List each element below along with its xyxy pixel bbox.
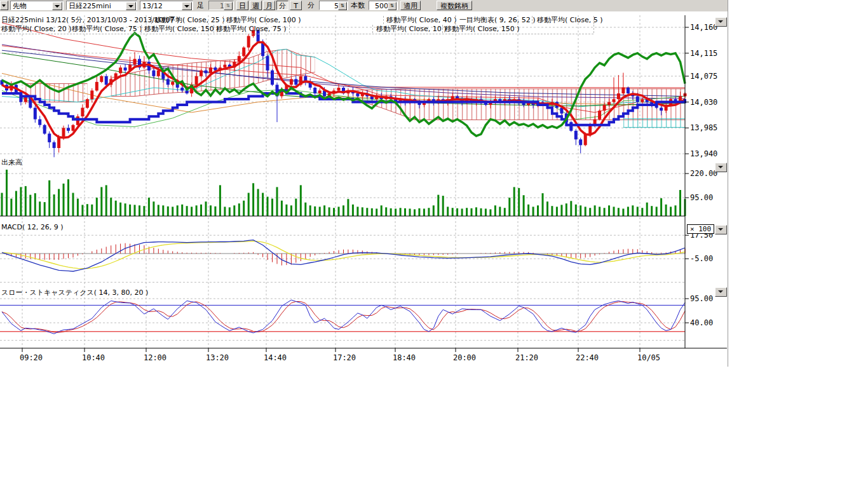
minute-label: 分 (308, 1, 315, 10)
bar-count-label: 本数 (351, 1, 365, 10)
market-select-value: 先物 (13, 2, 27, 10)
chevron-down-icon (718, 290, 723, 293)
bar-interval-input[interactable]: 1⇅ (208, 1, 234, 10)
macd-panel-label: MACD( 12, 26, 9 ) (1, 223, 64, 231)
period-tick-button[interactable]: T (290, 1, 302, 10)
market-select[interactable]: 先物 (10, 1, 64, 10)
period-day-button[interactable]: 日 (236, 1, 248, 10)
legend-row2-item-5: 移動平均( Close, 150 ) (445, 25, 520, 33)
x-axis-label-0: 09:20 (12, 353, 50, 362)
legend-underline (0, 34, 593, 34)
multi-symbol-button[interactable]: 複数銘柄 (437, 1, 472, 10)
panel-scale-dropdown-1[interactable] (715, 163, 727, 172)
legend-separator (69, 25, 69, 33)
symbol-select-value: 日経225mini (69, 2, 111, 10)
left-combo-fragment-button[interactable] (0, 1, 8, 10)
y-axis-label-4: 13,985 (690, 123, 727, 132)
panel-scale-dropdown-3[interactable] (715, 287, 727, 297)
stoch-panel-label: スロー・ストキャスティクス( 14, 3, 80, 20 ) (1, 288, 148, 297)
legend-separator (383, 16, 384, 24)
x-axis-label-10: 10/05 (630, 353, 668, 362)
x-axis-label-7: 20:00 (445, 353, 484, 362)
contract-month-select[interactable]: 13/12 (140, 1, 193, 10)
bar-interval-spinner[interactable]: ⇅ (224, 2, 233, 10)
minute-spinner[interactable]: ⇅ (338, 2, 347, 10)
legend-row2-item-4: 移動平均( Close, 10 ) (376, 25, 447, 33)
legend-row2-item-1: 移動平均( Close, 75 ) (72, 25, 142, 33)
legend-row2-item-0: 移動平均( Close, 20 ) (1, 25, 72, 33)
market-select-dropdown-button[interactable] (52, 2, 62, 10)
legend-separator (372, 25, 373, 33)
legend-separator (214, 25, 214, 33)
y-axis-label-3: 14,030 (690, 98, 727, 107)
legend-separator (141, 25, 142, 33)
legend-separator (289, 25, 290, 33)
legend-row2-item-3: 移動平均( Close, 75 ) (216, 25, 287, 33)
y-axis-label-11: 40.00 (690, 318, 727, 327)
legend-separator (593, 25, 594, 33)
legend-row1-item-1: 移動平均( Close, 25 ) (154, 16, 225, 24)
legend-row1-item-0: 日経225mini 13/12( 5分, 2013/10/03 - 2013/1… (1, 16, 179, 24)
y-axis-label-2: 14,075 (690, 72, 727, 81)
chart-area: 日経225mini 13/12( 5分, 2013/10/03 - 2013/1… (0, 11, 728, 366)
y-axis-label-7: 95.00 (690, 193, 727, 202)
chevron-down-icon (2, 4, 6, 7)
chevron-down-icon (718, 20, 723, 23)
legend-row2-item-2: 移動平均( Close, 150 ) (144, 25, 219, 33)
symbol-select[interactable]: 日経225mini (66, 1, 137, 10)
period-minute-button[interactable]: 分 (276, 1, 288, 10)
contract-month-value: 13/12 (142, 2, 163, 10)
minute-input[interactable]: 5⇅ (319, 1, 348, 10)
legend-row1-item-4: 一目均衡表( 9, 26, 52 ) (459, 16, 536, 24)
legend-separator (151, 16, 152, 24)
legend-separator (593, 16, 594, 24)
y-axis-label-5: 13,940 (690, 149, 727, 158)
period-month-button[interactable]: 月 (263, 1, 275, 10)
chevron-down-icon (184, 5, 189, 8)
chevron-down-icon (55, 5, 60, 8)
bar-type-label: 足 (197, 1, 204, 10)
bar-count-spinner[interactable]: ⇅ (388, 2, 397, 10)
y-axis-label-9: -5.00 (690, 254, 727, 263)
x-axis-label-9: 22:40 (568, 353, 606, 362)
x-axis-label-2: 12:00 (136, 353, 174, 362)
legend-row1-item-3: 移動平均( Close, 40 ) (386, 16, 457, 24)
toolbar: 先物 日経225mini 13/12 足 1⇅ 日 週 月 分 T 分 5⇅ 本… (0, 0, 728, 12)
app-window: 先物 日経225mini 13/12 足 1⇅ 日 週 月 分 T 分 5⇅ 本… (0, 0, 728, 367)
x-axis-label-5: 17:20 (325, 353, 363, 362)
panel-scale-dropdown-2[interactable] (715, 225, 727, 234)
x-axis-label-8: 21:20 (508, 353, 546, 362)
chevron-down-icon (718, 166, 723, 168)
period-week-button[interactable]: 週 (250, 1, 262, 10)
x-axis-label-3: 13:20 (198, 353, 236, 362)
panel-scale-dropdown-0[interactable] (715, 17, 727, 27)
bar-count-value: 500 (375, 2, 388, 10)
apply-button[interactable]: 適用 (400, 1, 421, 10)
x-axis-label-6: 18:40 (385, 353, 423, 362)
y-axis-label-1: 14,115 (690, 49, 727, 58)
legend-separator (455, 16, 456, 24)
legend-separator (289, 16, 290, 24)
chevron-down-icon (718, 228, 723, 231)
symbol-select-dropdown-button[interactable] (126, 2, 136, 10)
contract-month-dropdown-button[interactable] (182, 2, 192, 10)
x-axis-label-4: 14:40 (256, 353, 294, 362)
volume-multiplier-box: × 100 (687, 224, 714, 234)
legend-separator (223, 16, 224, 24)
volume-panel-label: 出来高 (1, 158, 22, 166)
legend-separator (442, 25, 443, 33)
chart-canvas (0, 11, 728, 366)
legend-separator (532, 16, 532, 24)
legend-row1-item-5: 移動平均( Close, 5 ) (537, 16, 603, 24)
x-axis-label-1: 10:40 (74, 353, 112, 362)
bar-count-input[interactable]: 500⇅ (369, 1, 398, 10)
chevron-down-icon (128, 5, 133, 8)
